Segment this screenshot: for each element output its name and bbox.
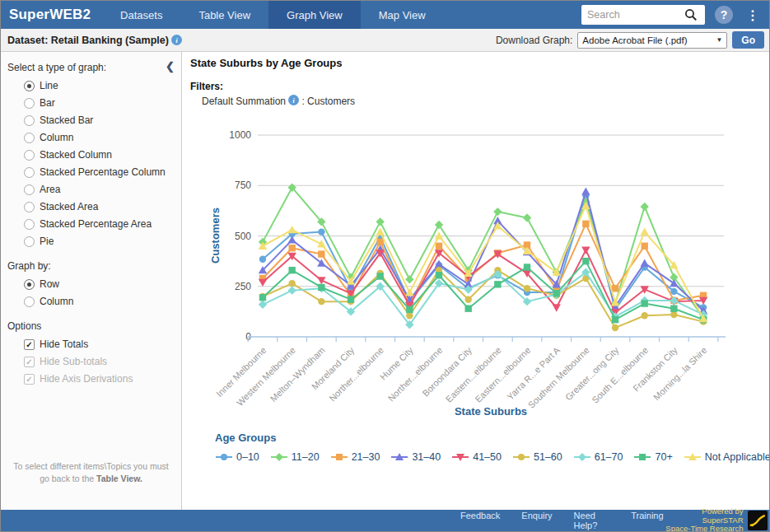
legend-item-0-10[interactable]: 0–10 [215,451,259,463]
footer-link-need-help[interactable]: Need Help? [574,511,610,530]
tab-map-view[interactable]: Map View [361,1,444,29]
data-point[interactable] [582,257,589,264]
legend-item-70+[interactable]: 70+ [633,451,672,463]
radio-icon[interactable] [24,81,35,91]
tab-graph-view[interactable]: Graph View [268,1,361,29]
graph-type-stacked-column[interactable]: Stacked Column [24,149,175,161]
data-point[interactable] [405,274,413,282]
graph-type-stacked-bar[interactable]: Stacked Bar [24,114,175,126]
data-point[interactable] [221,454,227,460]
graph-type-stacked-percentage-column[interactable]: Stacked Percentage Column [24,166,175,178]
legend-item-41-50[interactable]: 41–50 [451,451,502,463]
data-point[interactable] [259,294,266,301]
data-point[interactable] [670,310,677,317]
graph-type-stacked-percentage-area[interactable]: Stacked Percentage Area [24,218,175,230]
data-point[interactable] [553,304,561,311]
help-icon[interactable]: ? [715,6,733,24]
data-point[interactable] [406,306,413,312]
graph-by-row[interactable]: Row [24,278,175,290]
go-button[interactable]: Go [732,31,764,49]
radio-icon[interactable] [24,98,35,109]
radio-icon[interactable] [24,150,35,161]
radio-icon[interactable] [24,236,35,247]
data-point[interactable] [642,312,648,319]
radio-icon[interactable] [24,296,35,307]
data-point[interactable] [641,202,649,210]
data-point[interactable] [288,245,295,251]
dataset-info-icon[interactable]: i [171,35,182,45]
data-point[interactable] [553,290,560,296]
legend-item-51-60[interactable]: 51–60 [512,451,562,463]
table-view-link[interactable]: Table View. [96,474,142,483]
graph-type-bar[interactable]: Bar [24,97,175,109]
data-point[interactable] [639,454,646,460]
data-point[interactable] [318,283,324,290]
radio-icon[interactable] [24,115,35,126]
checkbox-icon[interactable]: ✓ [24,339,35,350]
data-point[interactable] [524,285,530,292]
legend-item-31-40[interactable]: 31–40 [390,451,441,463]
data-point[interactable] [318,297,324,304]
data-point[interactable] [612,285,618,292]
data-point[interactable] [436,272,442,278]
data-point[interactable] [406,312,413,319]
collapse-sidebar-icon[interactable]: ❮ [166,60,175,72]
data-point[interactable] [405,287,413,295]
graph-by-column[interactable]: Column [24,296,175,307]
data-point[interactable] [582,220,589,226]
data-point[interactable] [259,278,267,286]
radio-icon[interactable] [24,219,35,230]
tab-table-view[interactable]: Table View [180,1,268,29]
radio-icon[interactable] [24,279,35,290]
kebab-menu-icon[interactable]: ⋮ [743,7,763,23]
data-point[interactable] [259,255,266,262]
footer-link-training[interactable]: Training [631,511,663,530]
data-point[interactable] [348,296,354,302]
series-line[interactable] [263,272,703,324]
search-box[interactable] [581,5,705,25]
data-point[interactable] [318,228,324,235]
search-input[interactable] [587,9,684,21]
data-point[interactable] [436,242,442,249]
data-point[interactable] [275,453,283,461]
data-point[interactable] [317,277,325,284]
data-point[interactable] [376,273,383,279]
data-point[interactable] [494,281,501,287]
data-point[interactable] [612,324,618,330]
data-point[interactable] [641,259,649,266]
data-point[interactable] [464,305,471,311]
data-point[interactable] [670,287,677,294]
data-point[interactable] [288,279,295,286]
data-point[interactable] [642,242,648,249]
data-point[interactable] [318,250,324,257]
search-icon[interactable] [684,8,698,21]
data-point[interactable] [464,296,471,302]
data-point[interactable] [641,227,649,235]
data-point[interactable] [523,213,531,222]
data-point[interactable] [376,238,383,245]
data-point[interactable] [642,300,648,306]
graph-type-area[interactable]: Area [24,184,175,195]
graph-type-stacked-area[interactable]: Stacked Area [24,201,175,212]
data-point[interactable] [435,220,443,228]
option-hide-totals[interactable]: ✓Hide Totals [24,338,175,350]
data-point[interactable] [581,246,590,254]
data-point[interactable] [612,315,618,322]
data-point[interactable] [581,187,590,194]
data-point[interactable] [287,286,296,294]
data-point[interactable] [376,217,384,226]
data-point[interactable] [670,305,677,311]
data-point[interactable] [336,454,343,460]
radio-icon[interactable] [24,202,35,212]
series-line[interactable] [263,261,703,320]
radio-icon[interactable] [24,184,35,195]
data-point[interactable] [317,240,325,247]
legend-item-11-20[interactable]: 11–20 [270,451,320,463]
graph-type-pie[interactable]: Pie [24,236,175,247]
data-point[interactable] [288,266,295,273]
download-format-select[interactable]: Adobe Acrobat File (.pdf) ▼ [577,32,727,49]
data-point[interactable] [493,207,502,215]
data-point[interactable] [287,225,296,232]
footer-link-enquiry[interactable]: Enquiry [521,511,552,530]
tab-datasets[interactable]: Datasets [102,1,180,29]
